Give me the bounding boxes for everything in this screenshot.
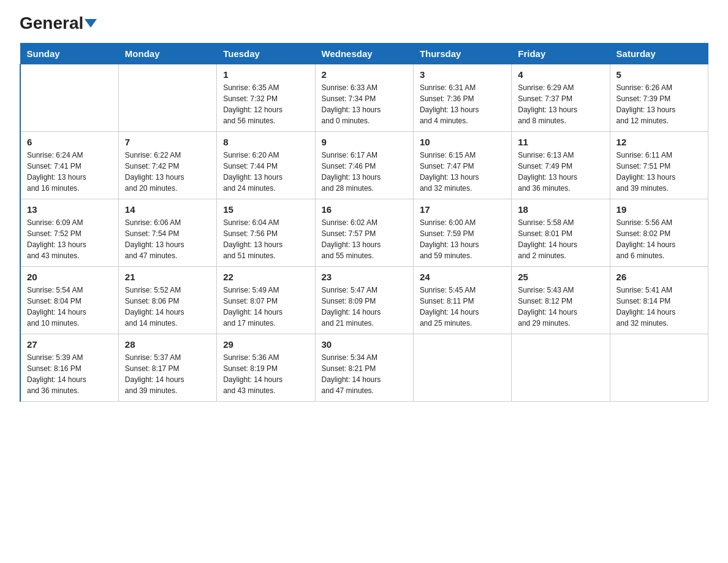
logo-text-line1: General — [20, 15, 97, 32]
header-thursday: Thursday — [413, 44, 511, 64]
day-number: 6 — [27, 137, 112, 147]
calendar-cell: 22Sunrise: 5:49 AM Sunset: 8:07 PM Dayli… — [217, 267, 315, 334]
day-info: Sunrise: 5:52 AM Sunset: 8:06 PM Dayligh… — [125, 285, 210, 329]
day-info: Sunrise: 5:41 AM Sunset: 8:14 PM Dayligh… — [616, 285, 702, 329]
day-number: 20 — [27, 272, 112, 282]
day-number: 29 — [223, 339, 308, 350]
day-number: 17 — [420, 204, 505, 215]
calendar-cell: 20Sunrise: 5:54 AM Sunset: 8:04 PM Dayli… — [20, 267, 118, 334]
day-info: Sunrise: 6:33 AM Sunset: 7:34 PM Dayligh… — [322, 82, 407, 126]
day-info: Sunrise: 6:04 AM Sunset: 7:56 PM Dayligh… — [223, 217, 308, 261]
day-info: Sunrise: 5:37 AM Sunset: 8:17 PM Dayligh… — [125, 352, 210, 396]
day-info: Sunrise: 6:00 AM Sunset: 7:59 PM Dayligh… — [420, 217, 505, 261]
calendar-table: SundayMondayTuesdayWednesdayThursdayFrid… — [20, 43, 708, 402]
calendar-cell: 16Sunrise: 6:02 AM Sunset: 7:57 PM Dayli… — [315, 199, 413, 267]
calendar-cell: 8Sunrise: 6:20 AM Sunset: 7:44 PM Daylig… — [217, 132, 315, 199]
day-info: Sunrise: 6:35 AM Sunset: 7:32 PM Dayligh… — [223, 82, 308, 126]
day-info: Sunrise: 6:02 AM Sunset: 7:57 PM Dayligh… — [322, 217, 407, 261]
calendar-cell: 9Sunrise: 6:17 AM Sunset: 7:46 PM Daylig… — [315, 132, 413, 199]
day-info: Sunrise: 5:47 AM Sunset: 8:09 PM Dayligh… — [322, 285, 407, 329]
day-number: 14 — [125, 204, 210, 215]
header-monday: Monday — [118, 44, 216, 64]
day-number: 15 — [223, 204, 308, 215]
day-info: Sunrise: 6:15 AM Sunset: 7:47 PM Dayligh… — [420, 150, 505, 194]
calendar-cell: 2Sunrise: 6:33 AM Sunset: 7:34 PM Daylig… — [315, 64, 413, 132]
header-friday: Friday — [512, 44, 610, 64]
day-info: Sunrise: 6:29 AM Sunset: 7:37 PM Dayligh… — [518, 82, 603, 126]
day-info: Sunrise: 5:58 AM Sunset: 8:01 PM Dayligh… — [518, 217, 603, 261]
header-saturday: Saturday — [610, 44, 708, 64]
calendar-week-3: 13Sunrise: 6:09 AM Sunset: 7:52 PM Dayli… — [20, 199, 708, 267]
calendar-week-2: 6Sunrise: 6:24 AM Sunset: 7:41 PM Daylig… — [20, 132, 708, 199]
calendar-cell: 19Sunrise: 5:56 AM Sunset: 8:02 PM Dayli… — [610, 199, 708, 267]
calendar-cell: 11Sunrise: 6:13 AM Sunset: 7:49 PM Dayli… — [512, 132, 610, 199]
header-sunday: Sunday — [20, 44, 118, 64]
day-number: 9 — [322, 137, 407, 147]
day-number: 22 — [223, 272, 308, 282]
day-number: 8 — [223, 137, 308, 147]
calendar-cell: 21Sunrise: 5:52 AM Sunset: 8:06 PM Dayli… — [118, 267, 216, 334]
calendar-cell — [413, 334, 511, 402]
day-info: Sunrise: 5:56 AM Sunset: 8:02 PM Dayligh… — [616, 217, 702, 261]
calendar-cell: 14Sunrise: 6:06 AM Sunset: 7:54 PM Dayli… — [118, 199, 216, 267]
header-wednesday: Wednesday — [315, 44, 413, 64]
day-number: 5 — [616, 69, 702, 80]
calendar-cell: 10Sunrise: 6:15 AM Sunset: 7:47 PM Dayli… — [413, 132, 511, 199]
day-info: Sunrise: 6:26 AM Sunset: 7:39 PM Dayligh… — [616, 82, 702, 126]
day-info: Sunrise: 6:24 AM Sunset: 7:41 PM Dayligh… — [27, 150, 112, 194]
page-header: General — [20, 15, 708, 33]
day-info: Sunrise: 6:31 AM Sunset: 7:36 PM Dayligh… — [420, 82, 505, 126]
day-number: 28 — [125, 339, 210, 350]
day-number: 4 — [518, 69, 603, 80]
day-info: Sunrise: 5:34 AM Sunset: 8:21 PM Dayligh… — [322, 352, 407, 396]
day-number: 18 — [518, 204, 603, 215]
header-tuesday: Tuesday — [217, 44, 315, 64]
day-number: 19 — [616, 204, 702, 215]
calendar-cell: 12Sunrise: 6:11 AM Sunset: 7:51 PM Dayli… — [610, 132, 708, 199]
calendar-cell: 17Sunrise: 6:00 AM Sunset: 7:59 PM Dayli… — [413, 199, 511, 267]
day-info: Sunrise: 5:36 AM Sunset: 8:19 PM Dayligh… — [223, 352, 308, 396]
day-info: Sunrise: 6:09 AM Sunset: 7:52 PM Dayligh… — [27, 217, 112, 261]
day-info: Sunrise: 6:20 AM Sunset: 7:44 PM Dayligh… — [223, 150, 308, 194]
day-number: 24 — [420, 272, 505, 282]
day-info: Sunrise: 5:39 AM Sunset: 8:16 PM Dayligh… — [27, 352, 112, 396]
day-info: Sunrise: 5:43 AM Sunset: 8:12 PM Dayligh… — [518, 285, 603, 329]
calendar-cell — [610, 334, 708, 402]
calendar-cell — [512, 334, 610, 402]
day-info: Sunrise: 6:06 AM Sunset: 7:54 PM Dayligh… — [125, 217, 210, 261]
calendar-cell: 28Sunrise: 5:37 AM Sunset: 8:17 PM Dayli… — [118, 334, 216, 402]
logo: General — [20, 15, 97, 33]
day-info: Sunrise: 6:17 AM Sunset: 7:46 PM Dayligh… — [322, 150, 407, 194]
logo-arrow-icon — [85, 19, 97, 28]
day-number: 27 — [27, 339, 112, 350]
day-number: 7 — [125, 137, 210, 147]
calendar-cell — [118, 64, 216, 132]
calendar-cell: 13Sunrise: 6:09 AM Sunset: 7:52 PM Dayli… — [20, 199, 118, 267]
calendar-week-4: 20Sunrise: 5:54 AM Sunset: 8:04 PM Dayli… — [20, 267, 708, 334]
calendar-cell: 18Sunrise: 5:58 AM Sunset: 8:01 PM Dayli… — [512, 199, 610, 267]
day-info: Sunrise: 5:54 AM Sunset: 8:04 PM Dayligh… — [27, 285, 112, 329]
calendar-cell: 26Sunrise: 5:41 AM Sunset: 8:14 PM Dayli… — [610, 267, 708, 334]
calendar-cell: 27Sunrise: 5:39 AM Sunset: 8:16 PM Dayli… — [20, 334, 118, 402]
calendar-cell: 1Sunrise: 6:35 AM Sunset: 7:32 PM Daylig… — [217, 64, 315, 132]
day-info: Sunrise: 5:49 AM Sunset: 8:07 PM Dayligh… — [223, 285, 308, 329]
calendar-cell: 5Sunrise: 6:26 AM Sunset: 7:39 PM Daylig… — [610, 64, 708, 132]
calendar-cell: 29Sunrise: 5:36 AM Sunset: 8:19 PM Dayli… — [217, 334, 315, 402]
day-info: Sunrise: 6:11 AM Sunset: 7:51 PM Dayligh… — [616, 150, 702, 194]
calendar-cell — [20, 64, 118, 132]
day-number: 1 — [223, 69, 308, 80]
calendar-cell: 15Sunrise: 6:04 AM Sunset: 7:56 PM Dayli… — [217, 199, 315, 267]
day-number: 2 — [322, 69, 407, 80]
day-info: Sunrise: 6:13 AM Sunset: 7:49 PM Dayligh… — [518, 150, 603, 194]
day-number: 12 — [616, 137, 702, 147]
calendar-header-row: SundayMondayTuesdayWednesdayThursdayFrid… — [20, 44, 708, 64]
calendar-cell: 24Sunrise: 5:45 AM Sunset: 8:11 PM Dayli… — [413, 267, 511, 334]
day-info: Sunrise: 5:45 AM Sunset: 8:11 PM Dayligh… — [420, 285, 505, 329]
calendar-cell: 30Sunrise: 5:34 AM Sunset: 8:21 PM Dayli… — [315, 334, 413, 402]
calendar-cell: 25Sunrise: 5:43 AM Sunset: 8:12 PM Dayli… — [512, 267, 610, 334]
day-number: 23 — [322, 272, 407, 282]
day-number: 30 — [322, 339, 407, 350]
calendar-cell: 7Sunrise: 6:22 AM Sunset: 7:42 PM Daylig… — [118, 132, 216, 199]
day-number: 11 — [518, 137, 603, 147]
day-number: 21 — [125, 272, 210, 282]
